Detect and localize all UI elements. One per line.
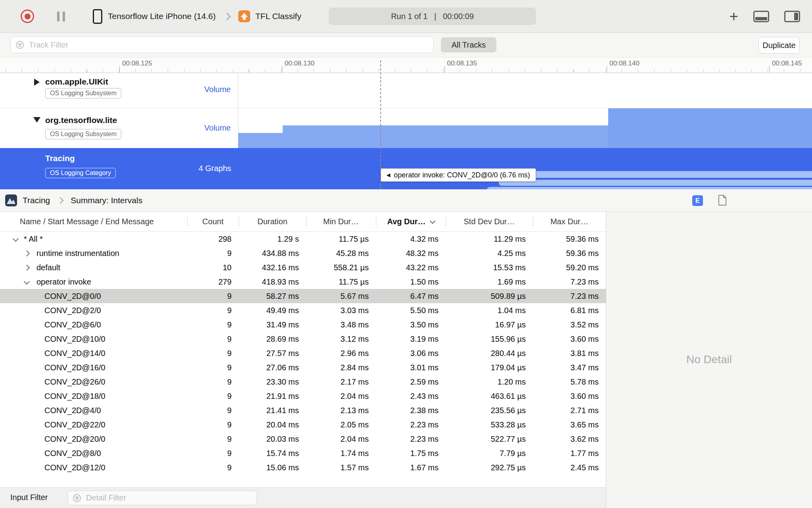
all-tracks-button[interactable]: All Tracks (441, 37, 496, 52)
table-row[interactable]: CONV_2D@10/0928.69 ms3.12 ms3.19 ms155.9… (0, 332, 606, 346)
cell-avg: 3.01 ms (376, 360, 446, 375)
table-row[interactable]: CONV_2D@22/0920.04 ms2.05 ms2.23 ms533.2… (0, 418, 606, 432)
table-row[interactable]: CONV_2D@14/0927.57 ms2.96 ms3.06 ms280.4… (0, 346, 606, 360)
table-row[interactable]: CONV_2D@0/0958.27 ms5.67 ms6.47 ms509.89… (0, 289, 606, 303)
toolbar-right-group: + (730, 0, 800, 33)
cell-min: 2.05 ms (306, 418, 376, 432)
table-row[interactable]: CONV_2D@12/0915.06 ms1.57 ms1.67 ms292.7… (0, 460, 606, 475)
ruler-major-tick (119, 66, 120, 73)
cell-max: 3.52 ms (533, 318, 606, 332)
cell-name: CONV_2D@10/0 (0, 332, 187, 346)
record-dot-icon (25, 13, 31, 19)
table-row[interactable]: runtime instrumentation9434.88 ms45.28 m… (0, 246, 606, 260)
record-button[interactable] (21, 10, 34, 23)
disclosure-open-icon[interactable] (13, 236, 19, 242)
cell-duration: 15.74 ms (239, 446, 306, 460)
table-row[interactable]: CONV_2D@16/0927.06 ms2.84 ms3.01 ms179.0… (0, 360, 606, 375)
cell-max: 59.36 ms (533, 246, 606, 260)
cell-avg: 48.32 ms (376, 246, 446, 260)
iphone-device-icon (93, 9, 102, 24)
column-header[interactable]: Max Dur… (533, 212, 606, 231)
cell-std: 509.89 µs (446, 289, 533, 303)
track-badge: OS Logging Subsystem (45, 129, 121, 139)
breadcrumb-root[interactable]: Tracing (23, 196, 50, 205)
cell-min: 1.57 ms (306, 460, 376, 475)
target-app-name[interactable]: TFL Classify (255, 12, 301, 21)
table-row[interactable]: CONV_2D@6/0931.49 ms3.48 ms3.50 ms16.97 … (0, 318, 606, 332)
track-filter-field[interactable] (10, 37, 434, 53)
cell-avg: 1.67 ms (376, 460, 446, 475)
cell-count: 9 (187, 303, 239, 318)
disclosure-closed-icon[interactable] (24, 250, 30, 257)
cell-min: 3.12 ms (306, 332, 376, 346)
column-header[interactable]: Min Dur… (306, 212, 376, 231)
table-row[interactable]: CONV_2D@18/0921.91 ms2.04 ms2.43 ms463.6… (0, 389, 606, 403)
table-row[interactable]: CONV_2D@2/0949.49 ms3.03 ms5.50 ms1.04 m… (0, 303, 606, 318)
device-name[interactable]: Tensorflow Lite iPhone (14.6) (108, 12, 216, 21)
table-row[interactable]: CONV_2D@26/0923.30 ms2.17 ms2.59 ms1.20 … (0, 375, 606, 389)
cell-max: 5.78 ms (533, 375, 606, 389)
no-detail-placeholder: No Detail (606, 353, 812, 366)
detail-filter-input[interactable] (85, 493, 257, 503)
table-row[interactable]: CONV_2D@4/0921.41 ms2.13 ms2.38 ms235.56… (0, 403, 606, 418)
column-header-label: Count (202, 217, 223, 226)
disclosure-open-icon[interactable] (24, 279, 30, 285)
document-icon[interactable] (718, 194, 727, 206)
cell-avg: 6.47 ms (376, 289, 446, 303)
row-name-label: CONV_2D@0/0 (44, 292, 101, 300)
track-lane[interactable] (238, 73, 812, 108)
cell-duration: 418.93 ms (239, 275, 306, 289)
column-header-label: Avg Dur… (387, 217, 425, 226)
volume-area-segment (283, 125, 608, 148)
table-row[interactable]: default10432.16 ms558.21 µs43.22 ms15.53… (0, 260, 606, 275)
summary-table-body: * All *2981.29 s11.75 µs4.32 ms11.29 ms5… (0, 232, 606, 487)
track-label-area: com.apple.UIKit OS Logging Subsystem Vol… (0, 73, 238, 108)
column-header[interactable]: Avg Dur… (376, 212, 446, 231)
column-header[interactable]: Duration (239, 212, 306, 231)
row-name-label: CONV_2D@22/0 (44, 420, 105, 429)
cell-count: 9 (187, 360, 239, 375)
cell-name: CONV_2D@18/0 (0, 389, 187, 403)
row-name-label: CONV_2D@8/0 (44, 449, 101, 458)
detail-filter-field[interactable] (67, 491, 257, 505)
cell-duration: 23.30 ms (239, 375, 306, 389)
cell-name: CONV_2D@26/0 (0, 375, 187, 389)
ruler-major-tick (769, 66, 770, 73)
track-lane[interactable] (238, 108, 812, 148)
table-row[interactable]: CONV_2D@8/0915.74 ms1.74 ms1.75 ms7.79 µ… (0, 446, 606, 460)
column-header[interactable]: Count (187, 212, 239, 231)
duplicate-button[interactable]: Duplicate (758, 37, 800, 54)
track-row-tracing-selected[interactable]: ◀ operator invoke: CONV_2D@0/0 (6.76 ms)… (0, 148, 812, 189)
cell-std: 522.77 µs (446, 432, 533, 446)
cell-std: 292.75 µs (446, 460, 533, 475)
pause-button[interactable] (57, 12, 65, 21)
disclosure-closed-icon[interactable] (34, 79, 40, 86)
extended-detail-badge[interactable]: E (692, 195, 703, 206)
cell-std: 4.25 ms (446, 246, 533, 260)
column-header[interactable]: Std Dev Dur… (446, 212, 533, 231)
cell-min: 3.03 ms (306, 303, 376, 318)
time-ruler[interactable]: 00:08.12500:08.13000:08.13500:08.14000:0… (0, 57, 812, 73)
table-row[interactable]: CONV_2D@20/0920.03 ms2.04 ms2.23 ms522.7… (0, 432, 606, 446)
track-meta-label: Volume (204, 85, 231, 94)
cell-min: 11.75 µs (306, 275, 376, 289)
track-row-tensorflow-lite[interactable]: org.tensorflow.lite OS Logging Subsystem… (0, 108, 812, 148)
toggle-bottom-pane-button[interactable] (753, 11, 769, 22)
track-row-uikit[interactable]: com.apple.UIKit OS Logging Subsystem Vol… (0, 73, 812, 108)
add-instrument-button[interactable]: + (730, 9, 738, 24)
instruments-window: Tensorflow Lite iPhone (14.6) TFL Classi… (0, 0, 812, 508)
disclosure-open-icon[interactable] (33, 117, 40, 123)
row-name-label: runtime instrumentation (36, 249, 119, 258)
cell-avg: 43.22 ms (376, 260, 446, 275)
table-row[interactable]: * All *2981.29 s11.75 µs4.32 ms11.29 ms5… (0, 232, 606, 246)
run-status-display: Run 1 of 1 | 00:00:09 (329, 8, 536, 25)
cell-max: 3.47 ms (533, 360, 606, 375)
track-filter-input[interactable] (28, 40, 433, 50)
column-header[interactable]: Name / Start Message / End Message (0, 212, 187, 231)
breadcrumb-view[interactable]: Summary: Intervals (71, 196, 142, 205)
ruler-minor-ticks (6, 69, 812, 73)
ruler-time-label: 00:08.130 (285, 60, 315, 67)
disclosure-closed-icon[interactable] (24, 265, 30, 271)
table-row[interactable]: operator invoke279418.93 ms11.75 µs1.50 … (0, 275, 606, 289)
toggle-inspector-pane-button[interactable] (784, 11, 800, 22)
